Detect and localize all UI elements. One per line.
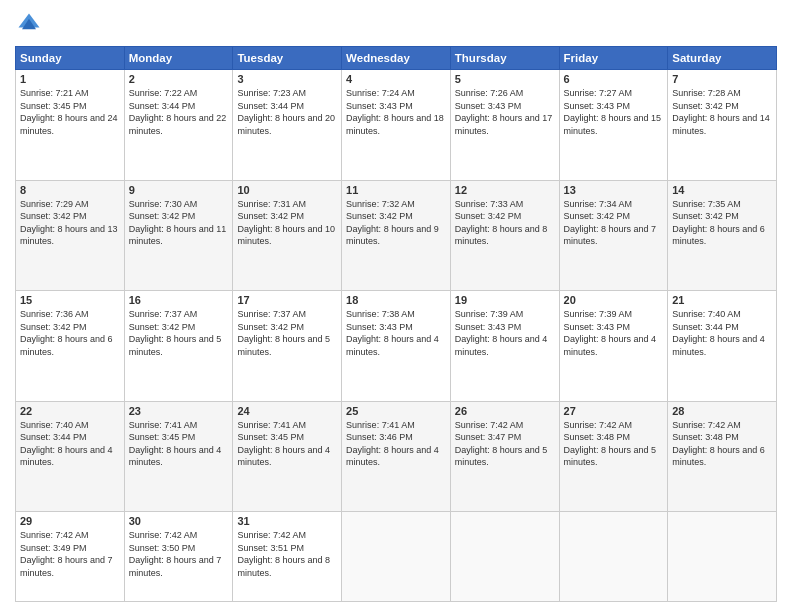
day-number: 24: [237, 405, 337, 417]
calendar-cell: [559, 512, 668, 602]
cell-content: Sunrise: 7:42 AMSunset: 3:48 PMDaylight:…: [672, 420, 765, 468]
day-number: 8: [20, 184, 120, 196]
day-number: 6: [564, 73, 664, 85]
day-number: 27: [564, 405, 664, 417]
calendar-cell: [450, 512, 559, 602]
day-header-friday: Friday: [559, 47, 668, 70]
cell-content: Sunrise: 7:41 AMSunset: 3:46 PMDaylight:…: [346, 420, 439, 468]
calendar-cell: 14Sunrise: 7:35 AMSunset: 3:42 PMDayligh…: [668, 180, 777, 291]
calendar-cell: 15Sunrise: 7:36 AMSunset: 3:42 PMDayligh…: [16, 291, 125, 402]
day-header-sunday: Sunday: [16, 47, 125, 70]
week-row-5: 29Sunrise: 7:42 AMSunset: 3:49 PMDayligh…: [16, 512, 777, 602]
day-number: 17: [237, 294, 337, 306]
calendar-cell: [342, 512, 451, 602]
calendar-cell: 13Sunrise: 7:34 AMSunset: 3:42 PMDayligh…: [559, 180, 668, 291]
day-header-tuesday: Tuesday: [233, 47, 342, 70]
calendar-cell: 22Sunrise: 7:40 AMSunset: 3:44 PMDayligh…: [16, 401, 125, 512]
day-number: 26: [455, 405, 555, 417]
calendar-cell: 2Sunrise: 7:22 AMSunset: 3:44 PMDaylight…: [124, 70, 233, 181]
calendar-cell: 1Sunrise: 7:21 AMSunset: 3:45 PMDaylight…: [16, 70, 125, 181]
week-row-2: 8Sunrise: 7:29 AMSunset: 3:42 PMDaylight…: [16, 180, 777, 291]
calendar-cell: 6Sunrise: 7:27 AMSunset: 3:43 PMDaylight…: [559, 70, 668, 181]
calendar-cell: 29Sunrise: 7:42 AMSunset: 3:49 PMDayligh…: [16, 512, 125, 602]
day-number: 10: [237, 184, 337, 196]
day-number: 30: [129, 515, 229, 527]
week-row-4: 22Sunrise: 7:40 AMSunset: 3:44 PMDayligh…: [16, 401, 777, 512]
calendar-cell: 30Sunrise: 7:42 AMSunset: 3:50 PMDayligh…: [124, 512, 233, 602]
cell-content: Sunrise: 7:40 AMSunset: 3:44 PMDaylight:…: [20, 420, 113, 468]
cell-content: Sunrise: 7:42 AMSunset: 3:51 PMDaylight:…: [237, 530, 330, 578]
day-number: 15: [20, 294, 120, 306]
week-row-3: 15Sunrise: 7:36 AMSunset: 3:42 PMDayligh…: [16, 291, 777, 402]
cell-content: Sunrise: 7:39 AMSunset: 3:43 PMDaylight:…: [564, 309, 657, 357]
calendar-cell: 12Sunrise: 7:33 AMSunset: 3:42 PMDayligh…: [450, 180, 559, 291]
cell-content: Sunrise: 7:31 AMSunset: 3:42 PMDaylight:…: [237, 199, 335, 247]
day-number: 5: [455, 73, 555, 85]
day-number: 1: [20, 73, 120, 85]
day-number: 31: [237, 515, 337, 527]
cell-content: Sunrise: 7:30 AMSunset: 3:42 PMDaylight:…: [129, 199, 227, 247]
cell-content: Sunrise: 7:41 AMSunset: 3:45 PMDaylight:…: [237, 420, 330, 468]
cell-content: Sunrise: 7:36 AMSunset: 3:42 PMDaylight:…: [20, 309, 113, 357]
calendar-cell: 26Sunrise: 7:42 AMSunset: 3:47 PMDayligh…: [450, 401, 559, 512]
cell-content: Sunrise: 7:42 AMSunset: 3:47 PMDaylight:…: [455, 420, 548, 468]
calendar-cell: 4Sunrise: 7:24 AMSunset: 3:43 PMDaylight…: [342, 70, 451, 181]
day-number: 28: [672, 405, 772, 417]
cell-content: Sunrise: 7:42 AMSunset: 3:48 PMDaylight:…: [564, 420, 657, 468]
cell-content: Sunrise: 7:39 AMSunset: 3:43 PMDaylight:…: [455, 309, 548, 357]
day-header-thursday: Thursday: [450, 47, 559, 70]
day-number: 14: [672, 184, 772, 196]
cell-content: Sunrise: 7:41 AMSunset: 3:45 PMDaylight:…: [129, 420, 222, 468]
cell-content: Sunrise: 7:37 AMSunset: 3:42 PMDaylight:…: [129, 309, 222, 357]
cell-content: Sunrise: 7:26 AMSunset: 3:43 PMDaylight:…: [455, 88, 553, 136]
day-header-wednesday: Wednesday: [342, 47, 451, 70]
calendar-cell: 23Sunrise: 7:41 AMSunset: 3:45 PMDayligh…: [124, 401, 233, 512]
calendar-cell: 17Sunrise: 7:37 AMSunset: 3:42 PMDayligh…: [233, 291, 342, 402]
day-number: 22: [20, 405, 120, 417]
calendar-cell: 5Sunrise: 7:26 AMSunset: 3:43 PMDaylight…: [450, 70, 559, 181]
calendar-table: SundayMondayTuesdayWednesdayThursdayFrid…: [15, 46, 777, 602]
cell-content: Sunrise: 7:21 AMSunset: 3:45 PMDaylight:…: [20, 88, 118, 136]
week-row-1: 1Sunrise: 7:21 AMSunset: 3:45 PMDaylight…: [16, 70, 777, 181]
calendar-cell: 27Sunrise: 7:42 AMSunset: 3:48 PMDayligh…: [559, 401, 668, 512]
day-header-saturday: Saturday: [668, 47, 777, 70]
day-header-monday: Monday: [124, 47, 233, 70]
cell-content: Sunrise: 7:35 AMSunset: 3:42 PMDaylight:…: [672, 199, 765, 247]
header: [15, 10, 777, 38]
day-number: 7: [672, 73, 772, 85]
cell-content: Sunrise: 7:32 AMSunset: 3:42 PMDaylight:…: [346, 199, 439, 247]
day-number: 9: [129, 184, 229, 196]
cell-content: Sunrise: 7:42 AMSunset: 3:49 PMDaylight:…: [20, 530, 113, 578]
calendar-cell: 3Sunrise: 7:23 AMSunset: 3:44 PMDaylight…: [233, 70, 342, 181]
calendar-cell: 11Sunrise: 7:32 AMSunset: 3:42 PMDayligh…: [342, 180, 451, 291]
cell-content: Sunrise: 7:40 AMSunset: 3:44 PMDaylight:…: [672, 309, 765, 357]
cell-content: Sunrise: 7:37 AMSunset: 3:42 PMDaylight:…: [237, 309, 330, 357]
calendar-cell: 20Sunrise: 7:39 AMSunset: 3:43 PMDayligh…: [559, 291, 668, 402]
day-number: 20: [564, 294, 664, 306]
cell-content: Sunrise: 7:34 AMSunset: 3:42 PMDaylight:…: [564, 199, 657, 247]
cell-content: Sunrise: 7:23 AMSunset: 3:44 PMDaylight:…: [237, 88, 335, 136]
header-row: SundayMondayTuesdayWednesdayThursdayFrid…: [16, 47, 777, 70]
calendar-cell: 10Sunrise: 7:31 AMSunset: 3:42 PMDayligh…: [233, 180, 342, 291]
cell-content: Sunrise: 7:42 AMSunset: 3:50 PMDaylight:…: [129, 530, 222, 578]
calendar-cell: 7Sunrise: 7:28 AMSunset: 3:42 PMDaylight…: [668, 70, 777, 181]
day-number: 25: [346, 405, 446, 417]
cell-content: Sunrise: 7:38 AMSunset: 3:43 PMDaylight:…: [346, 309, 439, 357]
cell-content: Sunrise: 7:33 AMSunset: 3:42 PMDaylight:…: [455, 199, 548, 247]
calendar-cell: 24Sunrise: 7:41 AMSunset: 3:45 PMDayligh…: [233, 401, 342, 512]
day-number: 18: [346, 294, 446, 306]
calendar-cell: 8Sunrise: 7:29 AMSunset: 3:42 PMDaylight…: [16, 180, 125, 291]
day-number: 2: [129, 73, 229, 85]
day-number: 19: [455, 294, 555, 306]
calendar-cell: 9Sunrise: 7:30 AMSunset: 3:42 PMDaylight…: [124, 180, 233, 291]
day-number: 12: [455, 184, 555, 196]
page: SundayMondayTuesdayWednesdayThursdayFrid…: [0, 0, 792, 612]
calendar-cell: 18Sunrise: 7:38 AMSunset: 3:43 PMDayligh…: [342, 291, 451, 402]
cell-content: Sunrise: 7:29 AMSunset: 3:42 PMDaylight:…: [20, 199, 118, 247]
day-number: 4: [346, 73, 446, 85]
calendar-cell: 21Sunrise: 7:40 AMSunset: 3:44 PMDayligh…: [668, 291, 777, 402]
calendar-cell: 19Sunrise: 7:39 AMSunset: 3:43 PMDayligh…: [450, 291, 559, 402]
calendar-cell: [668, 512, 777, 602]
day-number: 3: [237, 73, 337, 85]
calendar-cell: 28Sunrise: 7:42 AMSunset: 3:48 PMDayligh…: [668, 401, 777, 512]
